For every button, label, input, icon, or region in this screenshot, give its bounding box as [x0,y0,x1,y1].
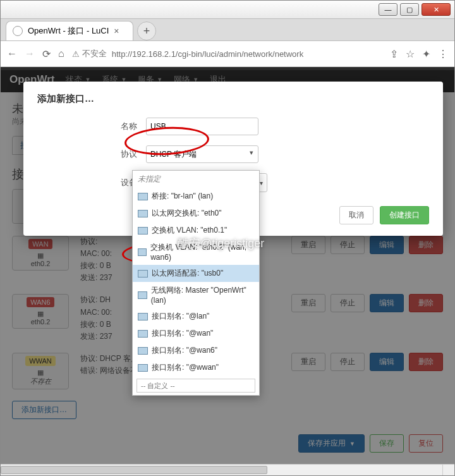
protocol-label: 协议 [37,149,146,160]
modal-title: 添加新接口… [37,93,429,105]
dropdown-item[interactable]: 接口别名: "@wan" [133,325,259,342]
address-bar[interactable]: ⚠不安全 http://192.168.2.1/cgi-bin/luci/adm… [72,48,382,59]
scrollbar-thumb[interactable] [1,466,267,474]
url-text: http://192.168.2.1/cgi-bin/luci/admin/ne… [112,49,304,59]
dropdown-item[interactable]: 桥接: "br-lan" (lan) [133,188,259,205]
window-close-button[interactable]: ✕ [422,3,451,16]
share-icon[interactable]: ⇪ [390,48,398,60]
dropdown-item[interactable]: 接口别名: "@wwan" [133,359,259,376]
menu-icon[interactable]: ⋮ [438,48,448,60]
add-interface-modal: 添加新接口… 名称 协议 DHCP 客户端 设备 usb0 取消 创建接口 [23,82,443,236]
device-label: 设备 [37,177,146,188]
window-frame: — ▢ ✕ OpenWrt - 接口 - LuCI × + ← → ⟳ ⌂ ⚠不… [0,0,455,476]
dropdown-item[interactable]: 以太网交换机: "eth0" [133,205,259,222]
new-tab-button[interactable]: + [137,21,156,40]
security-warning-text: 不安全 [82,48,107,59]
browser-tab-strip: OpenWrt - 接口 - LuCI × + [1,19,454,41]
horizontal-scrollbar[interactable] [1,464,443,475]
bookmark-icon[interactable]: ☆ [406,48,415,60]
nic-icon [138,364,148,372]
dropdown-item-selected[interactable]: 以太网适配器: "usb0" [133,265,259,282]
tab-close-icon[interactable]: × [114,26,119,36]
window-minimize-button[interactable]: — [379,3,397,16]
reload-icon[interactable]: ⟳ [42,48,51,60]
name-input[interactable] [146,118,258,135]
tab-favicon [13,26,23,36]
field-protocol: 协议 DHCP 客户端 [37,145,429,163]
forward-icon[interactable]: → [25,48,35,59]
dropdown-item[interactable]: 交换机 VLAN: "eth0.2" (wan, wan6) [133,239,259,265]
browser-toolbar: ← → ⟳ ⌂ ⚠不安全 http://192.168.2.1/cgi-bin/… [1,41,454,67]
dropdown-custom-input[interactable] [136,379,255,393]
window-maximize-button[interactable]: ▢ [400,3,419,16]
dropdown-header: 未指定 [133,171,259,188]
dropdown-custom [133,376,259,395]
browser-tab[interactable]: OpenWrt - 接口 - LuCI × [6,21,133,40]
nic-icon [138,210,148,217]
nic-icon [138,248,147,256]
home-icon[interactable]: ⌂ [58,48,64,59]
cancel-button[interactable]: 取消 [339,206,373,224]
dropdown-item[interactable]: 交换机 VLAN: "eth0.1" [133,222,259,239]
nic-icon [138,330,148,338]
nic-icon [138,193,148,200]
back-icon[interactable]: ← [7,48,17,59]
nic-icon [138,270,148,278]
warning-icon: ⚠ [72,49,80,59]
name-label: 名称 [37,121,146,132]
title-bar: — ▢ ✕ [1,1,454,19]
create-interface-button[interactable]: 创建接口 [380,206,429,224]
tab-title: OpenWrt - 接口 - LuCI [28,25,109,37]
device-dropdown: 未指定 桥接: "br-lan" (lan) 以太网交换机: "eth0" 交换… [132,170,260,396]
nic-icon [138,347,148,355]
dropdown-item[interactable]: 接口别名: "@wan6" [133,342,259,359]
field-name: 名称 [37,118,429,135]
scroll-corner [442,464,454,475]
dropdown-item[interactable]: 无线网络: Master "OpenWrt" (lan) [133,282,259,308]
protocol-select[interactable]: DHCP 客户端 [146,145,258,163]
dropdown-item[interactable]: 接口别名: "@lan" [133,308,259,325]
nic-icon [138,291,147,299]
extensions-icon[interactable]: ✦ [422,48,430,60]
nic-icon [138,313,148,320]
security-warning: ⚠不安全 [72,48,107,59]
nic-icon [138,227,148,235]
